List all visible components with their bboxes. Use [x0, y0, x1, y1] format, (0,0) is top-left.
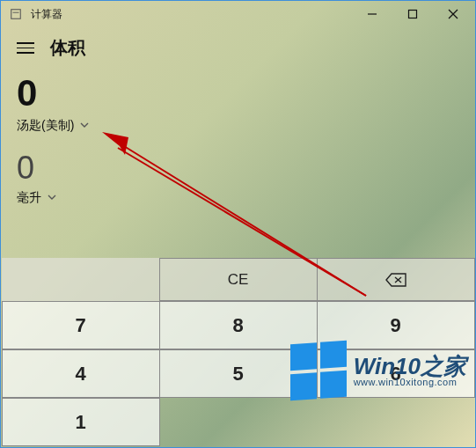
menu-icon[interactable]	[17, 42, 34, 54]
svg-rect-0	[11, 10, 21, 19]
header: 体积	[1, 27, 475, 67]
key-1[interactable]: 1	[2, 398, 160, 446]
mode-title: 体积	[50, 36, 85, 60]
maximize-button[interactable]	[392, 1, 433, 27]
app-title: 计算器	[29, 7, 62, 22]
to-unit-selector[interactable]: 毫升	[1, 187, 475, 209]
key-9[interactable]: 9	[317, 301, 475, 349]
chevron-down-icon	[47, 191, 57, 205]
key-8[interactable]: 8	[159, 301, 318, 349]
keypad-blank	[159, 398, 318, 446]
titlebar: 计算器	[1, 1, 475, 27]
to-value: 0	[1, 137, 475, 187]
close-button[interactable]	[433, 1, 473, 27]
from-unit-selector[interactable]: 汤匙(美制)	[1, 114, 475, 137]
backspace-button[interactable]	[317, 258, 475, 301]
clear-entry-button[interactable]: CE	[159, 258, 318, 301]
app-icon	[3, 8, 29, 20]
svg-rect-6	[409, 11, 417, 18]
key-5[interactable]: 5	[159, 349, 318, 398]
from-value[interactable]: 0	[1, 67, 475, 114]
backspace-icon	[385, 273, 406, 287]
chevron-down-icon	[79, 119, 90, 133]
key-6[interactable]: 6	[317, 349, 475, 398]
minimize-button[interactable]	[352, 1, 392, 27]
to-unit-label: 毫升	[17, 190, 41, 206]
key-7[interactable]: 7	[2, 301, 160, 349]
key-4[interactable]: 4	[2, 349, 160, 398]
from-unit-label: 汤匙(美制)	[17, 118, 74, 134]
keypad-blank	[317, 398, 475, 446]
keypad-blank	[2, 258, 160, 301]
keypad: CE 7 8 9 4 5 6 1	[2, 258, 474, 446]
